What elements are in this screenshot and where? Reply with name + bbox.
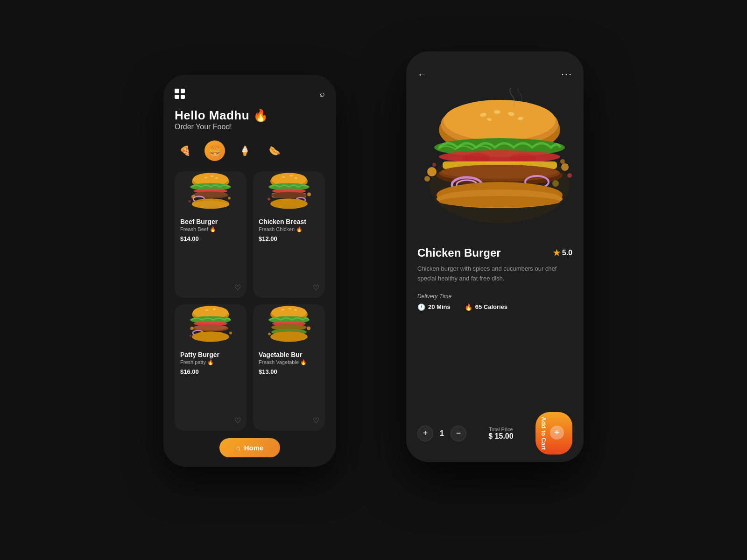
clock-icon: 🕐 [417, 303, 425, 311]
detail-content: Chicken Burger ★ 5.0 Chicken burger with… [406, 237, 584, 405]
food-description: Chicken burger with spices and cucumbers… [417, 264, 572, 284]
hero-burger-container [406, 88, 584, 237]
top-bar: ⌕ [175, 89, 325, 99]
category-bar: 🍕 🍔 🍦 🌭 [175, 140, 325, 161]
price-value: $ 15.00 [488, 432, 513, 441]
food-image-beef-burger [180, 168, 241, 214]
svg-point-13 [228, 197, 231, 200]
svg-point-14 [189, 200, 191, 203]
rating-value: 5.0 [562, 249, 572, 257]
quantity-value: 1 [440, 429, 444, 438]
food-image-patty-burger [180, 301, 241, 347]
heart-button-vegetable-burger[interactable]: ♡ [313, 416, 319, 425]
food-name-chicken-breast: Chicken Breast [259, 218, 319, 225]
svg-point-63 [439, 150, 560, 163]
burger-svg-patty [185, 303, 236, 345]
greeting: Hello Madhu 🔥 Order Your Food! [175, 108, 325, 131]
food-grid: Beef Burger Freash Beef 🔥 $14.00 ♡ [175, 171, 325, 431]
cart-plus-icon: + [550, 426, 564, 440]
back-button[interactable]: ← [417, 69, 427, 80]
svg-point-64 [462, 153, 490, 162]
svg-point-51 [307, 327, 310, 330]
heart-button-patty-burger[interactable]: ♡ [234, 416, 241, 425]
food-image-vegetable-burger [259, 301, 319, 347]
phones-container: ⌕ Hello Madhu 🔥 Order Your Food! 🍕 🍔 🍦 🌭 [163, 51, 584, 509]
food-sub-patty-burger: Fresh patty 🔥 [180, 359, 241, 365]
greeting-hello: Hello Madhu 🔥 [175, 108, 325, 123]
svg-point-40 [190, 335, 191, 337]
food-card-chicken-breast[interactable]: Chicken Breast Freash Chicken 🔥 $12.00 ♡ [253, 171, 325, 298]
food-price-vegetable-burger: $13.00 [259, 368, 319, 375]
food-card-patty-burger[interactable]: Patty Burger Fresh patty 🔥 $16.00 ♡ [175, 304, 247, 431]
home-label: Home [244, 444, 264, 452]
price-label: Total Price [488, 427, 513, 432]
category-pizza[interactable]: 🍕 [175, 140, 195, 161]
detail-title-row: Chicken Burger ★ 5.0 [417, 246, 572, 259]
delivery-label: Delivery Time [417, 293, 572, 300]
delivery-time: 🕐 20 Mins [417, 303, 451, 311]
category-hotdog[interactable]: 🌭 [264, 140, 285, 161]
svg-point-65 [510, 154, 536, 162]
heart-button-beef-burger[interactable]: ♡ [234, 283, 241, 292]
calories-info: 🔥 65 Calories [465, 303, 507, 311]
food-name-vegetable-burger: Vagetable Bur [259, 351, 319, 358]
food-price-chicken-breast: $12.00 [259, 235, 319, 242]
svg-point-58 [494, 110, 500, 114]
svg-point-73 [427, 167, 437, 176]
food-detail-name: Chicken Burger [417, 246, 501, 259]
svg-point-76 [567, 173, 572, 178]
search-icon[interactable]: ⌕ [320, 89, 325, 99]
burger-svg-veg [263, 303, 315, 345]
svg-point-79 [552, 180, 559, 187]
calories-value: 65 Calories [475, 303, 507, 310]
category-burger[interactable]: 🍔 [204, 140, 225, 161]
category-icecream[interactable]: 🍦 [234, 140, 255, 161]
svg-point-77 [432, 163, 436, 167]
food-price-beef-burger: $14.00 [180, 235, 241, 242]
grid-icon[interactable] [175, 89, 185, 99]
bottom-nav: ⌂ Home [175, 438, 325, 457]
food-sub-beef-burger: Freash Beef 🔥 [180, 226, 241, 232]
food-rating: ★ 5.0 [553, 248, 572, 258]
svg-point-30 [205, 309, 208, 311]
hero-burger-svg [406, 88, 584, 237]
food-card-vegetable-burger[interactable]: Vagetable Bur Freash Vagetable 🔥 $13.00 … [253, 304, 325, 431]
svg-point-78 [560, 159, 565, 164]
svg-point-25 [270, 199, 308, 209]
more-menu-button[interactable]: ··· [561, 68, 572, 80]
delivery-time-value: 20 Mins [428, 303, 451, 310]
home-icon: ⌂ [236, 444, 240, 452]
home-button[interactable]: ⌂ Home [219, 438, 281, 457]
svg-point-27 [268, 198, 270, 201]
food-image-chicken-breast [259, 168, 319, 214]
svg-point-12 [191, 195, 195, 199]
greeting-subtitle: Order Your Food! [175, 123, 325, 131]
svg-point-38 [190, 327, 194, 330]
food-price-patty-burger: $16.00 [180, 368, 241, 375]
svg-point-50 [270, 332, 308, 342]
add-to-cart-button[interactable]: + Add to Cart [536, 412, 572, 455]
fire-icon-calories: 🔥 [465, 303, 472, 311]
food-name-beef-burger: Beef Burger [180, 218, 241, 225]
heart-button-chicken-breast[interactable]: ♡ [313, 283, 319, 292]
add-to-cart-label: Add to Cart [540, 417, 547, 450]
qty-plus-button[interactable]: + [417, 426, 433, 441]
svg-point-75 [561, 163, 569, 171]
svg-point-82 [439, 196, 560, 207]
burger-svg-chicken [263, 170, 315, 212]
qty-minus-button[interactable]: − [451, 426, 466, 441]
svg-point-56 [444, 100, 556, 141]
svg-point-35 [194, 325, 227, 330]
total-price-section: Total Price $ 15.00 [488, 427, 513, 441]
svg-point-44 [289, 308, 291, 309]
food-card-beef-burger[interactable]: Beef Burger Freash Beef 🔥 $14.00 ♡ [175, 171, 247, 298]
delivery-info: 🕐 20 Mins 🔥 65 Calories [417, 303, 572, 311]
food-name-patty-burger: Patty Burger [180, 351, 241, 358]
detail-header: ← ··· [406, 51, 584, 88]
svg-point-26 [307, 193, 311, 196]
food-sub-vegetable-burger: Freash Vagetable 🔥 [259, 359, 319, 365]
svg-point-37 [192, 332, 229, 342]
burger-svg-beef [185, 170, 236, 212]
left-phone: ⌕ Hello Madhu 🔥 Order Your Food! 🍕 🍔 🍦 🌭 [163, 75, 336, 467]
svg-point-52 [268, 333, 271, 336]
